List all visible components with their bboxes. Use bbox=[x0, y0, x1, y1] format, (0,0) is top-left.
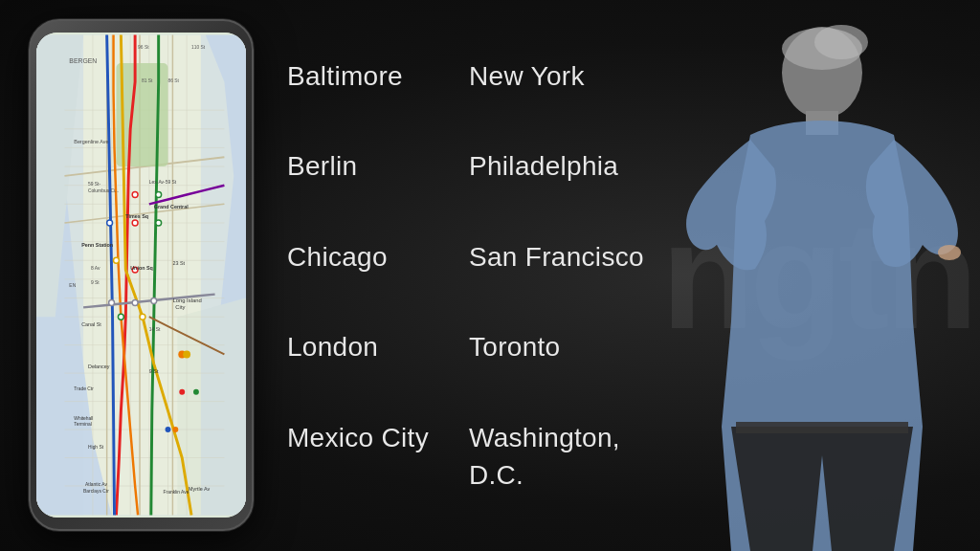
svg-point-90 bbox=[814, 25, 868, 59]
svg-text:110 St: 110 St bbox=[191, 45, 206, 50]
svg-text:59 St-: 59 St- bbox=[88, 182, 100, 187]
city-london: London bbox=[287, 328, 459, 403]
svg-point-39 bbox=[156, 220, 162, 226]
city-new-york: New York bbox=[469, 57, 660, 132]
svg-point-36 bbox=[132, 192, 138, 198]
svg-text:Union Sq: Union Sq bbox=[130, 265, 153, 271]
svg-text:Atlantic Av: Atlantic Av bbox=[85, 482, 107, 487]
svg-text:Bergenline Ave: Bergenline Ave bbox=[74, 139, 108, 144]
svg-point-46 bbox=[118, 314, 123, 320]
person-area bbox=[635, 0, 980, 551]
svg-text:9 St: 9 St bbox=[91, 280, 100, 285]
svg-point-50 bbox=[193, 389, 199, 395]
svg-point-87 bbox=[938, 245, 961, 260]
svg-text:86 St: 86 St bbox=[167, 78, 179, 83]
svg-text:Whitehall: Whitehall bbox=[74, 416, 93, 421]
svg-text:96 St: 96 St bbox=[138, 45, 149, 50]
svg-rect-5 bbox=[201, 35, 246, 516]
iphone-screen: BERGEN Bergenline Ave 59 St- Columbus Ci… bbox=[36, 33, 246, 518]
svg-text:Terminal: Terminal bbox=[74, 422, 92, 427]
city-chicago: Chicago bbox=[287, 238, 459, 313]
city-san-francisco: San Francisco bbox=[469, 238, 660, 313]
svg-text:Columbus Ci...: Columbus Ci... bbox=[88, 188, 119, 193]
svg-text:Myrtle Av: Myrtle Av bbox=[189, 486, 210, 492]
svg-text:23 St: 23 St bbox=[172, 260, 185, 266]
svg-rect-4 bbox=[36, 35, 83, 516]
svg-text:Canal St: Canal St bbox=[81, 321, 101, 327]
map-area: BERGEN Bergenline Ave 59 St- Columbus Ci… bbox=[36, 33, 246, 518]
svg-point-44 bbox=[132, 300, 138, 306]
svg-text:High St: High St bbox=[88, 445, 104, 450]
city-washington-dc: Washington, D.C. bbox=[469, 419, 660, 494]
svg-text:Grand Central: Grand Central bbox=[154, 204, 189, 209]
city-list: Baltimore New York Berlin Philadelphia C… bbox=[287, 57, 660, 494]
svg-text:Lex-Av-59 St: Lex-Av-59 St bbox=[149, 180, 177, 185]
svg-point-49 bbox=[183, 351, 190, 359]
svg-text:City: City bbox=[175, 304, 185, 310]
person-svg bbox=[635, 15, 980, 551]
svg-text:Penn Station: Penn Station bbox=[81, 242, 113, 248]
svg-point-43 bbox=[109, 300, 115, 306]
svg-point-40 bbox=[107, 220, 113, 226]
svg-text:Franklin Ave: Franklin Ave bbox=[164, 490, 189, 495]
svg-rect-88 bbox=[736, 422, 908, 433]
svg-point-41 bbox=[114, 257, 120, 263]
city-mexico-city: Mexico City bbox=[287, 419, 459, 494]
iphone-frame: BERGEN Bergenline Ave 59 St- Columbus Ci… bbox=[29, 19, 254, 531]
svg-point-52 bbox=[166, 427, 171, 432]
svg-text:14 St: 14 St bbox=[149, 327, 161, 332]
svg-text:Trade Ctr: Trade Ctr bbox=[74, 386, 94, 391]
svg-text:Times Sq: Times Sq bbox=[125, 213, 148, 219]
svg-text:BERGEN: BERGEN bbox=[69, 57, 97, 64]
city-toronto: Toronto bbox=[469, 328, 660, 403]
city-berlin: Berlin bbox=[287, 147, 459, 222]
svg-text:Delancey: Delancey bbox=[88, 364, 110, 369]
svg-text:81 St: 81 St bbox=[142, 78, 153, 83]
city-baltimore: Baltimore bbox=[287, 57, 459, 132]
svg-point-45 bbox=[151, 298, 157, 304]
svg-text:9 St: 9 St bbox=[149, 368, 159, 374]
svg-text:Long Island: Long Island bbox=[172, 298, 201, 303]
svg-point-37 bbox=[156, 192, 162, 198]
iphone-device: BERGEN Bergenline Ave 59 St- Columbus Ci… bbox=[29, 19, 254, 531]
svg-point-53 bbox=[172, 427, 178, 432]
map-svg: BERGEN Bergenline Ave 59 St- Columbus Ci… bbox=[36, 33, 246, 518]
svg-point-51 bbox=[179, 389, 185, 395]
svg-point-38 bbox=[132, 220, 138, 226]
city-philadelphia: Philadelphia bbox=[469, 147, 660, 222]
svg-text:8 Av: 8 Av bbox=[91, 266, 100, 271]
svg-text:Barclays Ctr: Barclays Ctr bbox=[83, 489, 109, 494]
svg-point-47 bbox=[140, 314, 145, 320]
svg-text:EN: EN bbox=[69, 283, 76, 288]
